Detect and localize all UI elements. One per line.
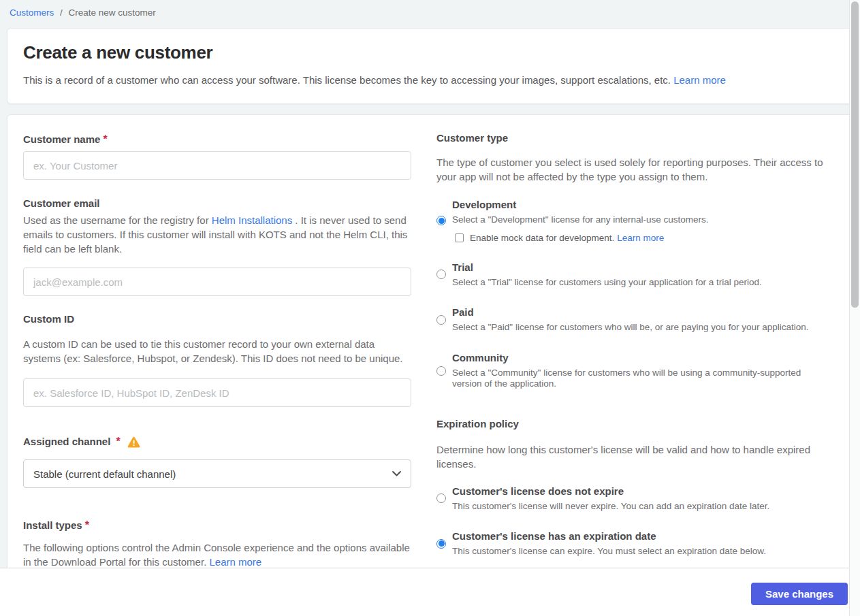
radio-column xyxy=(436,366,446,376)
assigned-channel-label: Assigned channel xyxy=(23,436,110,447)
development-description: Select a "Development" license for any i… xyxy=(452,214,824,226)
community-description: Select a "Community" license for custome… xyxy=(452,368,824,390)
install-types-learn-more-link[interactable]: Learn more xyxy=(209,556,261,568)
license-no-expire-title: Customer's license does not expire xyxy=(452,485,824,497)
assigned-channel-select[interactable]: Stable (current default channel) xyxy=(23,459,411,488)
mock-data-learn-more-link[interactable]: Learn more xyxy=(617,233,664,243)
development-radio[interactable] xyxy=(436,216,446,225)
license-has-expiration-description: This customer's license can expire. You … xyxy=(452,546,824,557)
customer-type-option-development: Development Select a "Development" licen… xyxy=(436,199,824,243)
option-content: Customer's license has an expiration dat… xyxy=(452,530,824,557)
save-changes-button[interactable]: Save changes xyxy=(751,583,848,605)
header-learn-more-link[interactable]: Learn more xyxy=(673,74,726,86)
trial-radio[interactable] xyxy=(436,270,446,279)
radio-column xyxy=(436,216,446,225)
license-has-expiration-radio[interactable] xyxy=(436,539,446,549)
option-content: Development Select a "Development" licen… xyxy=(452,199,824,243)
chevron-down-icon xyxy=(392,471,401,476)
customer-type-label: Customer type xyxy=(436,133,508,144)
customer-email-label: Customer email xyxy=(23,198,100,209)
assigned-channel-label-row: Assigned channel * xyxy=(23,436,411,448)
option-content: Customer's license does not expire This … xyxy=(452,485,824,513)
radio-column xyxy=(436,315,446,325)
footer-bar: Save changes xyxy=(0,568,849,616)
expiration-policy-options: Customer's license does not expire This … xyxy=(436,485,824,557)
customer-email-description-pre: Used as the username for the registry fo… xyxy=(23,214,212,226)
mock-data-row: Enable mock data for development. Learn … xyxy=(455,233,824,243)
breadcrumb-link-customers[interactable]: Customers xyxy=(10,7,54,18)
form-right-column: Customer type The type of customer you s… xyxy=(436,131,824,557)
community-radio[interactable] xyxy=(436,366,446,376)
trial-title: Trial xyxy=(452,261,824,273)
customer-type-options: Development Select a "Development" licen… xyxy=(436,199,824,390)
development-title: Development xyxy=(452,199,824,210)
helm-installations-link[interactable]: Helm Installations xyxy=(212,214,292,226)
customer-type-description: The type of customer you select is used … xyxy=(436,155,824,184)
form-left-column: Customer name * Customer email Used as t… xyxy=(23,131,411,569)
license-no-expire-description: This customer's license will never expir… xyxy=(452,501,824,513)
scrollbar-thumb[interactable] xyxy=(851,1,859,308)
paid-radio[interactable] xyxy=(436,315,446,325)
install-types-required-mark: * xyxy=(85,519,89,532)
install-types-label-row: Install types * xyxy=(23,519,411,532)
customer-email-label-row: Customer email xyxy=(23,198,411,209)
install-types-description: The following options control the Admin … xyxy=(23,540,411,569)
expiration-policy-description: Determine how long this customer's licen… xyxy=(436,442,824,471)
mock-data-label-text: Enable mock data for development. xyxy=(470,233,617,243)
customer-name-input[interactable] xyxy=(23,151,411,180)
custom-id-description: A custom ID can be used to tie this cust… xyxy=(23,337,411,366)
paid-title: Paid xyxy=(452,306,824,318)
mock-data-checkbox[interactable] xyxy=(455,233,464,242)
breadcrumb-separator: / xyxy=(60,7,63,18)
customer-type-option-community: Community Select a "Community" license f… xyxy=(436,352,824,390)
expiration-option-has-expiration: Customer's license has an expiration dat… xyxy=(436,530,824,557)
expiration-policy-label: Expiration policy xyxy=(436,419,519,429)
customer-type-option-paid: Paid Select a "Paid" license for custome… xyxy=(436,306,824,334)
trial-description: Select a "Trial" license for customers u… xyxy=(452,277,824,289)
community-title: Community xyxy=(452,352,824,363)
radio-column xyxy=(436,270,446,279)
license-has-expiration-title: Customer's license has an expiration dat… xyxy=(452,530,824,542)
page-description: This is a record of a customer who can a… xyxy=(23,73,837,87)
customer-name-label-row: Customer name * xyxy=(23,133,411,146)
custom-id-input[interactable] xyxy=(23,378,411,407)
breadcrumb-current: Create new customer xyxy=(69,7,156,18)
install-types-label: Install types xyxy=(23,520,82,531)
custom-id-label: Custom ID xyxy=(23,314,74,325)
paid-description: Select a "Paid" license for customers wh… xyxy=(452,322,824,334)
option-content: Paid Select a "Paid" license for custome… xyxy=(452,306,824,334)
assigned-channel-selected-value: Stable (current default channel) xyxy=(33,468,176,480)
page-description-text: This is a record of a customer who can a… xyxy=(23,74,673,86)
assigned-channel-required-mark: * xyxy=(116,436,120,448)
customer-email-input[interactable] xyxy=(23,268,411,296)
customer-type-label-row: Customer type xyxy=(436,133,824,144)
radio-column xyxy=(436,539,446,549)
radio-column xyxy=(436,493,446,503)
mock-data-label: Enable mock data for development. Learn … xyxy=(470,233,664,243)
customer-email-description: Used as the username for the registry fo… xyxy=(23,213,411,256)
license-no-expire-radio[interactable] xyxy=(436,493,446,503)
customer-name-required-mark: * xyxy=(103,133,107,146)
custom-id-label-row: Custom ID xyxy=(23,314,411,325)
expiration-policy-label-row: Expiration policy xyxy=(436,419,824,429)
breadcrumb: Customers / Create new customer xyxy=(0,0,860,24)
header-card: Create a new customer This is a record o… xyxy=(7,28,853,104)
customer-type-option-trial: Trial Select a "Trial" license for custo… xyxy=(436,261,824,289)
form-card: Customer name * Customer email Used as t… xyxy=(7,114,853,616)
page-title: Create a new customer xyxy=(23,42,837,63)
option-content: Community Select a "Community" license f… xyxy=(452,352,824,390)
warning-icon xyxy=(127,436,140,448)
option-content: Trial Select a "Trial" license for custo… xyxy=(452,261,824,289)
customer-name-label: Customer name xyxy=(23,134,100,145)
scrollbar[interactable] xyxy=(849,0,860,616)
expiration-option-no-expire: Customer's license does not expire This … xyxy=(436,485,824,513)
